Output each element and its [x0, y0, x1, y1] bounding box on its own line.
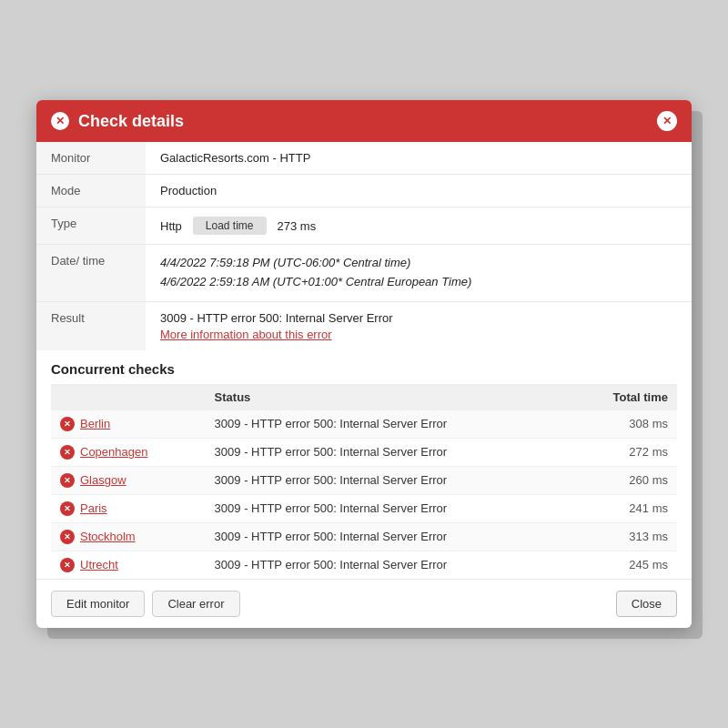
status-cell-2: 3009 - HTTP error 500: Internal Server E… [206, 466, 571, 494]
location-link[interactable]: Berlin [80, 417, 110, 430]
mode-row: Mode Production [36, 175, 692, 207]
col-total-time: Total time [571, 384, 677, 410]
total-time-cell-2: 260 ms [571, 466, 677, 494]
status-cell-1: 3009 - HTTP error 500: Internal Server E… [206, 438, 571, 466]
modal-footer: Edit monitor Clear error Close [36, 579, 692, 628]
load-time-badge: Load time [193, 217, 267, 235]
result-row: Result 3009 - HTTP error 500: Internal S… [36, 301, 692, 350]
table-row: Stockholm3009 - HTTP error 500: Internal… [51, 522, 677, 551]
result-cell: 3009 - HTTP error 500: Internal Server E… [146, 301, 692, 350]
error-dot [60, 530, 75, 544]
concurrent-header-row: Status Total time [51, 384, 677, 410]
total-time-cell-0: 308 ms [571, 410, 677, 439]
type-value: Http [160, 219, 182, 233]
close-button[interactable]: Close [616, 591, 677, 617]
datetime-line2: 4/6/2022 2:59:18 AM (UTC+01:00* Central … [160, 273, 677, 292]
result-value: 3009 - HTTP error 500: Internal Server E… [160, 311, 393, 325]
table-row: Copenhagen3009 - HTTP error 500: Interna… [51, 438, 677, 466]
modal-container: Check details Monitor GalacticResorts.co… [36, 100, 692, 628]
location-cell-4: Stockholm [51, 522, 206, 551]
modal-header: Check details [36, 100, 692, 142]
more-info-link[interactable]: More information about this error [160, 328, 677, 341]
clear-error-button[interactable]: Clear error [152, 591, 239, 617]
mode-label: Mode [36, 175, 146, 207]
table-row: Paris3009 - HTTP error 500: Internal Ser… [51, 494, 677, 522]
status-cell-4: 3009 - HTTP error 500: Internal Server E… [206, 522, 571, 551]
datetime-line1: 4/4/2022 7:59:18 PM (UTC-06:00* Central … [160, 254, 677, 273]
table-row: Berlin3009 - HTTP error 500: Internal Se… [51, 410, 677, 439]
monitor-row: Monitor GalacticResorts.com - HTTP [36, 142, 692, 175]
location-cell-5: Utrecht [51, 551, 206, 579]
modal-title: Check details [78, 112, 648, 131]
location-link[interactable]: Paris [80, 501, 107, 515]
datetime-cell: 4/4/2022 7:59:18 PM (UTC-06:00* Central … [146, 245, 692, 302]
edit-monitor-button[interactable]: Edit monitor [51, 591, 145, 617]
mode-value: Production [146, 175, 692, 207]
total-time-cell-1: 272 ms [571, 438, 677, 466]
status-cell-0: 3009 - HTTP error 500: Internal Server E… [206, 410, 571, 439]
info-table: Monitor GalacticResorts.com - HTTP Mode … [36, 142, 692, 350]
total-time-cell-3: 241 ms [571, 494, 677, 522]
location-cell-3: Paris [51, 494, 206, 522]
location-cell-1: Copenhagen [51, 438, 206, 466]
location-link[interactable]: Copenhagen [80, 445, 147, 459]
error-dot [60, 558, 75, 572]
footer-right: Close [616, 591, 677, 617]
modal: Check details Monitor GalacticResorts.co… [36, 100, 692, 628]
location-link[interactable]: Glasgow [80, 473, 126, 487]
status-cell-3: 3009 - HTTP error 500: Internal Server E… [206, 494, 571, 522]
type-label: Type [36, 207, 146, 245]
monitor-label: Monitor [36, 142, 146, 175]
error-icon [51, 112, 69, 130]
load-time-value: 273 ms [278, 219, 317, 233]
location-cell-2: Glasgow [51, 466, 206, 494]
type-cell: Http Load time 273 ms [146, 207, 692, 245]
result-label: Result [36, 301, 146, 350]
monitor-value: GalacticResorts.com - HTTP [146, 142, 692, 175]
error-dot [60, 473, 75, 488]
error-dot [60, 501, 75, 516]
type-row: Type Http Load time 273 ms [36, 207, 692, 245]
location-cell-0: Berlin [51, 410, 206, 439]
datetime-label: Date/ time [36, 245, 146, 302]
concurrent-section: Concurrent checks Status Total time Berl… [36, 350, 692, 579]
total-time-cell-5: 245 ms [571, 551, 677, 579]
table-row: Utrecht3009 - HTTP error 500: Internal S… [51, 551, 677, 579]
datetime-row: Date/ time 4/4/2022 7:59:18 PM (UTC-06:0… [36, 245, 692, 302]
error-dot [60, 417, 75, 431]
col-status: Status [206, 384, 571, 410]
location-link[interactable]: Utrecht [80, 558, 118, 571]
location-link[interactable]: Stockholm [80, 530, 136, 543]
total-time-cell-4: 313 ms [571, 522, 677, 551]
concurrent-title: Concurrent checks [51, 361, 677, 377]
error-dot [60, 445, 75, 460]
concurrent-table: Status Total time Berlin3009 - HTTP erro… [51, 384, 677, 579]
table-row: Glasgow3009 - HTTP error 500: Internal S… [51, 466, 677, 494]
close-header-button[interactable] [657, 111, 677, 131]
status-cell-5: 3009 - HTTP error 500: Internal Server E… [206, 551, 571, 579]
modal-body: Monitor GalacticResorts.com - HTTP Mode … [36, 142, 692, 579]
col-location [51, 384, 206, 410]
